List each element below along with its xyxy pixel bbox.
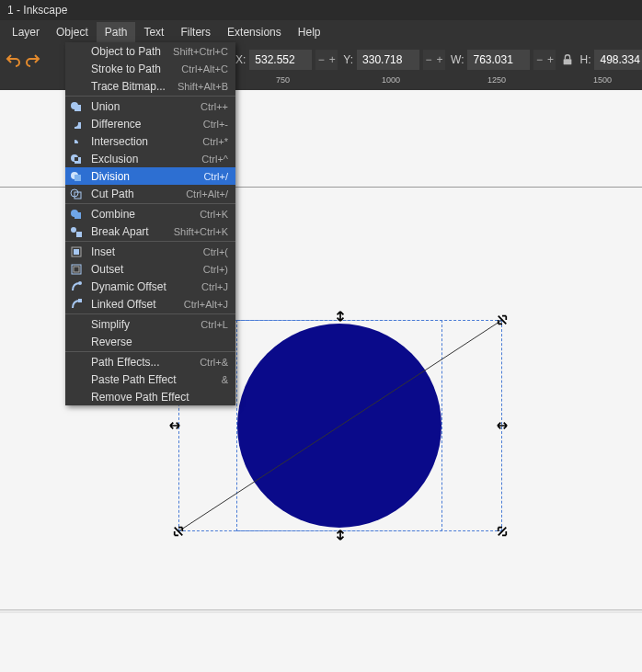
menu-item-shortcut: Ctrl+& — [200, 357, 228, 368]
menu-item-label: Outset — [91, 263, 196, 276]
svg-point-5 — [71, 120, 78, 127]
menu-item-union[interactable]: UnionCtrl++ — [65, 97, 235, 115]
blank-icon — [69, 317, 84, 332]
menu-item-shortcut: Ctrl+* — [202, 136, 228, 147]
svg-point-15 — [71, 227, 76, 233]
comb-icon — [69, 207, 84, 222]
h-label: H: — [579, 53, 590, 66]
svg-rect-0 — [564, 59, 572, 64]
menu-separator — [65, 313, 235, 314]
undo-button[interactable] — [6, 50, 20, 70]
inter-icon — [69, 134, 84, 149]
blank-icon — [69, 62, 84, 76]
menu-item-intersection[interactable]: IntersectionCtrl+* — [65, 132, 235, 150]
handle-w[interactable] — [169, 420, 180, 431]
svg-rect-16 — [76, 232, 82, 237]
svg-rect-19 — [74, 267, 79, 272]
y-input[interactable] — [357, 50, 419, 70]
redo-button[interactable] — [26, 50, 40, 70]
menu-item-trace-bitmap[interactable]: Trace Bitmap...Shift+Alt+B — [65, 77, 235, 95]
menu-item-path-effects[interactable]: Path Effects...Ctrl+& — [65, 353, 235, 370]
svg-rect-8 — [75, 157, 78, 161]
menu-item-label: Simplify — [91, 318, 193, 331]
inset-icon — [69, 245, 84, 259]
page-shadow — [0, 611, 642, 613]
menu-item-division[interactable]: DivisionCtrl+/ — [65, 167, 235, 185]
svg-point-21 — [78, 281, 82, 285]
menu-item-cut-path[interactable]: Cut PathCtrl+Alt+/ — [65, 185, 235, 202]
menubar: Layer Object Path Text Filters Extension… — [0, 20, 642, 44]
w-input[interactable] — [467, 50, 530, 70]
menu-extensions[interactable]: Extensions — [219, 22, 290, 42]
svg-rect-3 — [75, 105, 81, 111]
menu-item-label: Cut Path — [91, 188, 178, 200]
dyn-icon — [69, 279, 84, 294]
y-label: Y: — [343, 53, 353, 66]
menu-item-label: Inset — [91, 245, 196, 258]
ruler-tick: 750 — [276, 75, 290, 85]
menu-layer[interactable]: Layer — [4, 22, 48, 42]
menu-item-shortcut: Ctrl+Alt+J — [184, 299, 228, 310]
handle-n[interactable] — [335, 311, 346, 322]
menu-item-label: Trace Bitmap... — [91, 80, 170, 93]
menu-path[interactable]: Path — [97, 22, 136, 42]
menu-item-label: Paste Path Effect — [91, 373, 214, 386]
menu-item-linked-offset[interactable]: Linked OffsetCtrl+Alt+J — [65, 295, 235, 313]
menu-item-dynamic-offset[interactable]: Dynamic OffsetCtrl+J — [65, 278, 235, 295]
handle-e[interactable] — [497, 420, 508, 431]
union-icon — [69, 99, 84, 114]
excl-icon — [69, 152, 84, 166]
menu-item-inset[interactable]: InsetCtrl+( — [65, 243, 235, 260]
menu-item-label: Break Apart — [91, 225, 166, 238]
menu-item-remove-path-effect[interactable]: Remove Path Effect — [65, 388, 235, 405]
menu-item-break-apart[interactable]: Break ApartShift+Ctrl+K — [65, 222, 235, 240]
blank-icon — [69, 355, 84, 370]
w-label: W: — [451, 53, 464, 66]
menu-object[interactable]: Object — [48, 22, 97, 42]
w-stepper[interactable]: −+ — [533, 50, 556, 70]
menu-item-label: Remove Path Effect — [91, 391, 221, 404]
menu-item-shortcut: Ctrl+Alt+C — [181, 63, 228, 74]
y-stepper[interactable]: −+ — [423, 50, 445, 70]
menu-item-stroke-to-path[interactable]: Stroke to PathCtrl+Alt+C — [65, 60, 235, 77]
menu-text[interactable]: Text — [135, 22, 172, 42]
menu-help[interactable]: Help — [290, 22, 329, 42]
handle-ne[interactable] — [497, 314, 508, 325]
menu-item-label: Linked Offset — [91, 298, 177, 311]
coord-h: H: — [579, 50, 642, 70]
x-stepper[interactable]: −+ — [315, 50, 338, 70]
menu-item-simplify[interactable]: SimplifyCtrl+L — [65, 315, 235, 333]
menu-item-difference[interactable]: DifferenceCtrl+- — [65, 115, 235, 132]
menu-separator — [65, 96, 235, 97]
menu-item-combine[interactable]: CombineCtrl+K — [65, 205, 235, 222]
menu-item-paste-path-effect[interactable]: Paste Path Effect& — [65, 370, 235, 388]
menu-item-shortcut: Ctrl+^ — [201, 154, 228, 165]
menu-item-outset[interactable]: OutsetCtrl+) — [65, 260, 235, 278]
handle-s[interactable] — [335, 530, 346, 541]
menu-filters[interactable]: Filters — [172, 22, 219, 42]
coord-x: X: −+ — [235, 50, 338, 70]
link-icon — [69, 297, 84, 312]
h-input[interactable] — [594, 50, 642, 70]
svg-rect-18 — [74, 249, 79, 255]
menu-separator — [65, 351, 235, 352]
ruler-tick: 1250 — [487, 75, 506, 85]
page-bottom-border — [0, 609, 642, 610]
lock-aspect-button[interactable] — [561, 51, 574, 68]
svg-rect-22 — [78, 299, 82, 302]
handle-sw[interactable] — [173, 526, 184, 537]
menu-item-label: Combine — [91, 208, 192, 221]
menu-item-object-to-path[interactable]: Object to PathShift+Ctrl+C — [65, 42, 235, 60]
blank-icon — [69, 44, 84, 59]
x-input[interactable] — [249, 50, 312, 70]
menu-item-exclusion[interactable]: ExclusionCtrl+^ — [65, 150, 235, 167]
diff-icon — [69, 117, 84, 131]
titlebar: 1 - Inkscape — [0, 0, 642, 20]
menu-separator — [65, 241, 235, 242]
cut-icon — [69, 187, 84, 201]
menu-item-reverse[interactable]: Reverse — [65, 333, 235, 350]
handle-se[interactable] — [497, 526, 508, 537]
menu-item-shortcut: & — [222, 374, 228, 385]
menu-item-shortcut: Ctrl+- — [203, 119, 228, 130]
menu-item-shortcut: Shift+Ctrl+C — [173, 46, 228, 57]
